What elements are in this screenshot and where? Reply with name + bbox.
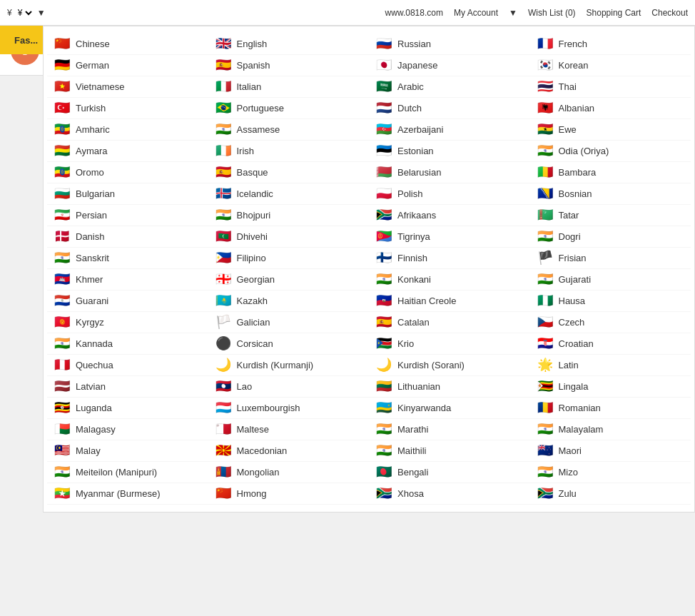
language-item[interactable]: 🇮🇸Icelandic: [208, 183, 370, 205]
language-item[interactable]: 🇲🇱Bambara: [530, 162, 691, 183]
language-item[interactable]: 🌙Kurdish (Sorani): [369, 355, 530, 376]
language-item[interactable]: 🇮🇹Italian: [208, 76, 370, 98]
checkout-link[interactable]: Checkout: [651, 8, 688, 18]
language-item[interactable]: 🇲🇲Myanmar (Burmese): [47, 483, 208, 505]
language-item[interactable]: 🇮🇳Mizo: [530, 462, 691, 483]
language-item[interactable]: 🇧🇬Bulgarian: [47, 183, 208, 205]
language-item[interactable]: 🏴Frisian: [530, 248, 691, 269]
language-item[interactable]: 🇮🇳Odia (Oriya): [530, 141, 691, 162]
language-item[interactable]: 🇱🇺Luxembourgish: [208, 398, 370, 419]
language-item[interactable]: 🇮🇪Irish: [208, 141, 370, 162]
language-item[interactable]: 🇿🇼Lingala: [530, 376, 691, 398]
language-item[interactable]: 🇷🇼Kinyarwanda: [369, 398, 530, 419]
language-item[interactable]: 🇸🇦Arabic: [369, 76, 530, 98]
language-item[interactable]: 🇫🇷French: [530, 34, 691, 55]
language-flag: 🇧🇦: [537, 188, 553, 199]
language-item[interactable]: 🇪🇸Basque: [208, 162, 370, 183]
language-item[interactable]: 🇮🇳Bhojpuri: [208, 205, 370, 226]
language-item[interactable]: 🇳🇬Hausa: [530, 291, 691, 312]
language-item[interactable]: 🇵🇱Polish: [369, 183, 530, 205]
language-item[interactable]: 🇺🇬Luganda: [47, 398, 208, 419]
language-item[interactable]: 🇮🇳Meiteilon (Manipuri): [47, 462, 208, 483]
language-item[interactable]: 🇹🇷Turkish: [47, 98, 208, 119]
my-account-link[interactable]: My Account: [454, 8, 498, 18]
nav-fashion[interactable]: Fas...: [11, 29, 41, 51]
language-item[interactable]: 🇪🇹Oromo: [47, 162, 208, 183]
language-item[interactable]: 🇲🇰Macedonian: [208, 440, 370, 462]
language-item[interactable]: 🏳️Galician: [208, 312, 370, 333]
language-item[interactable]: 🇵🇾Guarani: [47, 291, 208, 312]
language-item[interactable]: 🌙Kurdish (Kurmanji): [208, 355, 370, 376]
language-item[interactable]: 🇮🇳Dogri: [530, 226, 691, 248]
language-item[interactable]: 🇵🇪Quechua: [47, 355, 208, 376]
language-item[interactable]: 🇮🇳Kannada: [47, 333, 208, 355]
language-item[interactable]: 🇧🇷Portuguese: [208, 98, 370, 119]
language-item[interactable]: 🇷🇺Russian: [369, 34, 530, 55]
language-item[interactable]: 🇧🇴Aymara: [47, 141, 208, 162]
language-item[interactable]: 🇿🇦Xhosa: [369, 483, 530, 505]
language-name: Luganda: [76, 403, 112, 413]
language-item[interactable]: 🇯🇵Japanese: [369, 55, 530, 76]
language-item[interactable]: 🇮🇳Sanskrit: [47, 248, 208, 269]
language-item[interactable]: 🇮🇳Gujarati: [530, 269, 691, 291]
language-item[interactable]: 🇰🇿Kazakh: [208, 291, 370, 312]
language-item[interactable]: 🇲🇬Malagasy: [47, 419, 208, 440]
language-item[interactable]: 🇧🇦Bosnian: [530, 183, 691, 205]
language-item[interactable]: 🌟Latin: [530, 355, 691, 376]
language-item[interactable]: 🇰🇬Kyrgyz: [47, 312, 208, 333]
language-item[interactable]: 🇳🇿Maori: [530, 440, 691, 462]
language-item[interactable]: 🇰🇷Korean: [530, 55, 691, 76]
currency-dropdown[interactable]: ¥: [15, 7, 34, 19]
language-item[interactable]: 🇮🇷Persian: [47, 205, 208, 226]
language-item[interactable]: 🇲🇻Dhivehi: [208, 226, 370, 248]
currency-selector[interactable]: ¥ ¥ ▼: [7, 7, 46, 19]
language-item[interactable]: 🇨🇿Czech: [530, 312, 691, 333]
language-item[interactable]: 🇻🇳Vietnamese: [47, 76, 208, 98]
language-item[interactable]: 🇫🇮Finnish: [369, 248, 530, 269]
language-item[interactable]: 🇱🇦Lao: [208, 376, 370, 398]
language-item[interactable]: 🇹🇭Thai: [530, 76, 691, 98]
language-item[interactable]: 🇬🇪Georgian: [208, 269, 370, 291]
language-item[interactable]: 🇳🇱Dutch: [369, 98, 530, 119]
language-item[interactable]: 🇪🇸Spanish: [208, 55, 370, 76]
language-item[interactable]: 🇧🇾Belarusian: [369, 162, 530, 183]
language-item[interactable]: 🇱🇻Latvian: [47, 376, 208, 398]
language-item[interactable]: 🇮🇳Assamese: [208, 119, 370, 141]
language-item[interactable]: 🇮🇳Marathi: [369, 419, 530, 440]
website-link[interactable]: www.0818.com: [385, 8, 443, 18]
language-item[interactable]: 🇩🇪German: [47, 55, 208, 76]
language-item[interactable]: ⚫Corsican: [208, 333, 370, 355]
language-item[interactable]: 🇿🇦Zulu: [530, 483, 691, 505]
language-item[interactable]: 🇱🇹Lithuanian: [369, 376, 530, 398]
language-item[interactable]: 🇩🇰Danish: [47, 226, 208, 248]
shopping-cart-link[interactable]: Shopping Cart: [587, 8, 641, 18]
language-item[interactable]: 🇲🇹Maltese: [208, 419, 370, 440]
language-item[interactable]: 🇮🇳Malayalam: [530, 419, 691, 440]
language-item[interactable]: 🇵🇭Filipino: [208, 248, 370, 269]
language-item[interactable]: 🇿🇦Afrikaans: [369, 205, 530, 226]
language-item[interactable]: 🇨🇳Hmong: [208, 483, 370, 505]
language-item[interactable]: 🇨🇳Chinese: [47, 34, 208, 55]
language-item[interactable]: 🇬🇧English: [208, 34, 370, 55]
language-item[interactable]: 🇦🇿Azerbaijani: [369, 119, 530, 141]
language-item[interactable]: 🇧🇩Bengali: [369, 462, 530, 483]
language-item[interactable]: 🇪🇪Estonian: [369, 141, 530, 162]
language-item[interactable]: 🇸🇸Krio: [369, 333, 530, 355]
language-item[interactable]: 🇭🇹Haitian Creole: [369, 291, 530, 312]
language-flag: 🇧🇬: [54, 188, 70, 199]
language-name: Polish: [397, 188, 422, 199]
language-item[interactable]: 🇪🇹Amharic: [47, 119, 208, 141]
language-item[interactable]: 🇮🇳Konkani: [369, 269, 530, 291]
language-item[interactable]: 🇲🇾Malay: [47, 440, 208, 462]
wishlist-link[interactable]: Wish List (0): [528, 8, 576, 18]
language-item[interactable]: 🇦🇱Albanian: [530, 98, 691, 119]
language-item[interactable]: 🇪🇸Catalan: [369, 312, 530, 333]
language-item[interactable]: 🇹🇲Tatar: [530, 205, 691, 226]
language-item[interactable]: 🇬🇭Ewe: [530, 119, 691, 141]
language-item[interactable]: 🇲🇳Mongolian: [208, 462, 370, 483]
language-item[interactable]: 🇭🇷Croatian: [530, 333, 691, 355]
language-item[interactable]: 🇪🇷Tigrinya: [369, 226, 530, 248]
language-item[interactable]: 🇷🇴Romanian: [530, 398, 691, 419]
language-item[interactable]: 🇰🇭Khmer: [47, 269, 208, 291]
language-item[interactable]: 🇮🇳Maithili: [369, 440, 530, 462]
